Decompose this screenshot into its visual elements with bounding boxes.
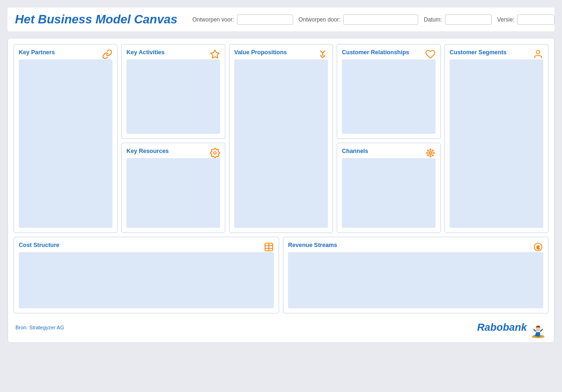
svg-marker-0	[211, 50, 219, 58]
heart-icon	[425, 49, 436, 62]
key-resources-title: Key Resources	[126, 148, 220, 154]
link-icon	[102, 49, 112, 62]
ontworpen-door-input[interactable]	[343, 15, 418, 25]
business-model-canvas: Key Partners Key Activities	[7, 38, 555, 343]
customer-segments-content[interactable]	[450, 59, 543, 228]
page-title: Het Business Model Canvas	[15, 12, 177, 27]
ontworpen-voor-field: Ontworpen voor:	[192, 15, 293, 25]
value-propositions-content[interactable]	[234, 59, 328, 228]
versie-input[interactable]	[517, 15, 555, 25]
cost-structure-cell: Cost Structure	[14, 237, 279, 313]
datum-input[interactable]	[445, 15, 492, 25]
key-activities-title: Key Activities	[126, 49, 220, 56]
svg-point-2	[536, 51, 540, 54]
customer-segments-cell: Customer Segments	[444, 44, 548, 233]
bottom-grid: Cost Structure Revenue Streams	[14, 237, 548, 313]
rabobank-text: Rabobank	[477, 321, 527, 334]
svg-point-11	[427, 155, 429, 156]
customer-relationships-title: Customer Relationships	[342, 49, 436, 56]
star-icon	[210, 49, 220, 62]
svg-point-12	[432, 150, 434, 151]
key-partners-cell: Key Partners	[14, 44, 118, 233]
key-partners-title: Key Partners	[19, 49, 112, 56]
svg-line-17	[429, 151, 429, 152]
svg-line-19	[429, 154, 429, 155]
versie-label: Versie:	[497, 16, 515, 23]
main-grid: Key Partners Key Activities	[14, 44, 548, 233]
value-propositions-cell: Value Propositions	[229, 44, 333, 233]
ontworpen-voor-label: Ontworpen voor:	[192, 16, 234, 23]
source-text: Bron: Strategyzer AG	[15, 325, 64, 330]
svg-point-7	[426, 152, 428, 154]
svg-text:€: €	[537, 245, 540, 250]
cost-structure-content[interactable]	[19, 252, 274, 308]
page: Het Business Model Canvas Ontworpen voor…	[0, 0, 562, 350]
ontworpen-door-label: Ontworpen door:	[299, 16, 340, 23]
svg-point-3	[214, 152, 216, 154]
key-partners-content[interactable]	[19, 59, 112, 228]
rabobank-logo: Rabobank	[477, 318, 547, 337]
gear-icon	[210, 148, 220, 160]
channels-title: Channels	[342, 148, 436, 154]
customer-relationships-cell: Customer Relationships	[337, 44, 441, 139]
key-resources-cell: Key Resources	[121, 143, 225, 233]
header: Het Business Model Canvas Ontworpen voor…	[7, 7, 555, 31]
cost-structure-title: Cost Structure	[19, 242, 274, 248]
table-icon	[264, 242, 274, 254]
svg-point-4	[429, 152, 432, 154]
person-icon	[533, 49, 543, 62]
channels-content[interactable]	[342, 158, 436, 228]
datum-field: Datum:	[424, 15, 492, 25]
revenue-streams-title: Revenue Streams	[288, 242, 543, 248]
channels-cell: Channels	[337, 143, 441, 233]
versie-field: Versie:	[497, 15, 555, 25]
value-propositions-title: Value Propositions	[234, 49, 328, 56]
key-activities-content[interactable]	[126, 59, 220, 134]
svg-line-18	[431, 154, 432, 155]
ontworpen-door-field: Ontworpen door:	[299, 15, 418, 25]
datum-label: Datum:	[424, 16, 442, 23]
svg-point-6	[430, 156, 431, 157]
rabobank-figure-icon	[530, 318, 547, 337]
key-activities-cell: Key Activities	[121, 44, 225, 139]
snowflake-icon	[425, 148, 436, 160]
svg-point-5	[430, 149, 431, 150]
euro-icon: €	[533, 242, 543, 254]
revenue-streams-content[interactable]	[288, 252, 543, 308]
svg-point-10	[432, 155, 434, 156]
customer-segments-title: Customer Segments	[450, 49, 543, 56]
ontworpen-voor-input[interactable]	[237, 15, 293, 25]
customer-relationships-content[interactable]	[342, 59, 436, 134]
svg-point-8	[433, 152, 435, 154]
svg-line-20	[431, 151, 432, 152]
svg-point-9	[427, 150, 429, 151]
footer: Bron: Strategyzer AG Rabobank	[14, 318, 548, 337]
arrows-icon	[318, 49, 328, 62]
revenue-streams-cell: Revenue Streams €	[283, 237, 548, 313]
key-resources-content[interactable]	[126, 158, 220, 228]
